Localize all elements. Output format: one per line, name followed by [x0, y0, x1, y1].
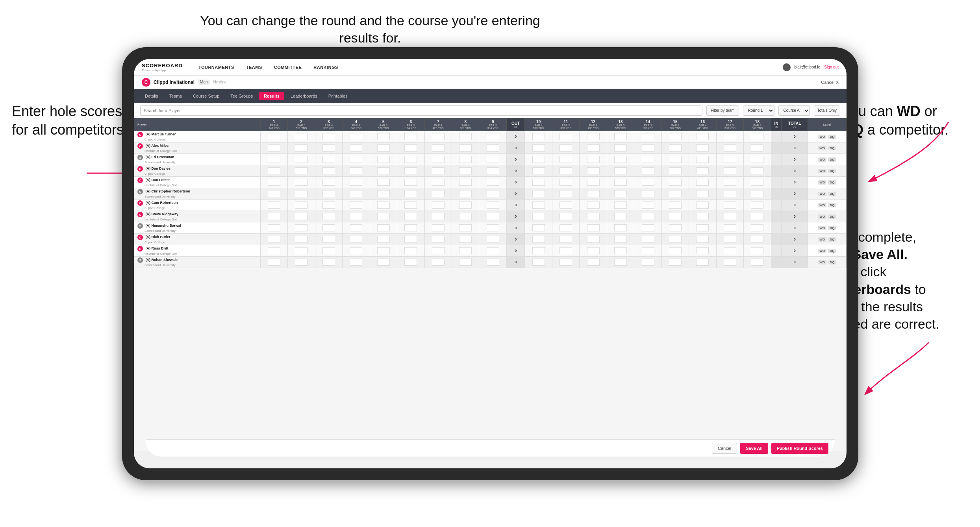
score-hole-5[interactable] — [370, 245, 397, 257]
score-input-hole-15[interactable] — [669, 247, 682, 254]
score-input-hole-8[interactable] — [459, 259, 472, 266]
dq-button[interactable]: DQ — [828, 180, 836, 185]
score-input-hole-4[interactable] — [350, 133, 362, 140]
score-hole-8[interactable] — [452, 200, 479, 211]
score-hole-12[interactable] — [580, 234, 607, 245]
score-hole-11[interactable] — [552, 188, 579, 200]
score-input-hole-17[interactable] — [724, 144, 736, 152]
score-input-hole-16[interactable] — [696, 133, 709, 140]
score-hole-7[interactable] — [424, 245, 452, 257]
score-input-hole-18[interactable] — [751, 167, 763, 174]
score-input-hole-17[interactable] — [724, 224, 736, 231]
score-hole-1[interactable] — [260, 165, 287, 177]
score-input-hole-17[interactable] — [724, 202, 736, 209]
score-input-hole-11[interactable] — [559, 179, 572, 186]
score-input-hole-15[interactable] — [669, 144, 682, 152]
score-hole-7[interactable] — [424, 177, 452, 188]
score-hole-15[interactable] — [661, 245, 689, 257]
score-input-hole-9[interactable] — [487, 202, 499, 209]
score-input-hole-2[interactable] — [295, 236, 308, 243]
score-hole-14[interactable] — [634, 188, 661, 200]
score-input-hole-1[interactable] — [268, 224, 280, 231]
score-input-hole-2[interactable] — [295, 179, 308, 186]
score-input-hole-2[interactable] — [295, 224, 308, 231]
score-hole-13[interactable] — [607, 222, 634, 234]
score-input-hole-6[interactable] — [404, 236, 417, 243]
score-hole-18[interactable] — [744, 165, 771, 177]
dq-button[interactable]: DQ — [828, 169, 836, 173]
score-hole-3[interactable] — [315, 131, 342, 142]
score-hole-10[interactable] — [525, 234, 552, 245]
filter-team-button[interactable]: Filter by team — [706, 105, 739, 116]
score-input-hole-2[interactable] — [295, 167, 308, 174]
score-input-hole-6[interactable] — [404, 190, 417, 197]
score-hole-13[interactable] — [607, 154, 634, 165]
score-hole-18[interactable] — [744, 142, 771, 154]
search-input[interactable] — [140, 105, 702, 116]
score-hole-16[interactable] — [689, 200, 716, 211]
score-input-hole-1[interactable] — [268, 156, 280, 163]
score-input-hole-14[interactable] — [642, 236, 654, 243]
score-hole-16[interactable] — [689, 177, 716, 188]
dq-button[interactable]: DQ — [828, 135, 836, 139]
score-hole-1[interactable] — [260, 154, 287, 165]
score-input-hole-11[interactable] — [559, 259, 572, 266]
score-hole-1[interactable] — [260, 142, 287, 154]
score-input-hole-17[interactable] — [724, 247, 736, 254]
score-input-hole-16[interactable] — [696, 259, 709, 266]
save-all-button[interactable]: Save All — [740, 443, 768, 454]
score-input-hole-1[interactable] — [268, 213, 280, 220]
score-input-hole-4[interactable] — [350, 156, 362, 163]
score-hole-14[interactable] — [634, 234, 661, 245]
score-hole-4[interactable] — [343, 165, 370, 177]
score-hole-11[interactable] — [552, 131, 579, 142]
score-hole-13[interactable] — [607, 211, 634, 222]
score-hole-13[interactable] — [607, 177, 634, 188]
score-input-hole-4[interactable] — [350, 213, 362, 220]
score-hole-2[interactable] — [288, 131, 315, 142]
score-hole-1[interactable] — [260, 234, 287, 245]
score-hole-18[interactable] — [744, 131, 771, 142]
score-input-hole-7[interactable] — [432, 190, 445, 197]
score-hole-12[interactable] — [580, 200, 607, 211]
score-input-hole-6[interactable] — [404, 179, 417, 186]
score-hole-4[interactable] — [343, 222, 370, 234]
score-input-hole-4[interactable] — [350, 190, 362, 197]
score-hole-9[interactable] — [479, 177, 506, 188]
score-input-hole-7[interactable] — [432, 133, 445, 140]
wd-button[interactable]: WD — [818, 249, 826, 253]
score-input-hole-15[interactable] — [669, 236, 682, 243]
score-hole-6[interactable] — [397, 177, 424, 188]
score-input-hole-6[interactable] — [404, 156, 417, 163]
score-input-hole-12[interactable] — [587, 179, 600, 186]
score-input-hole-16[interactable] — [696, 156, 709, 163]
score-hole-5[interactable] — [370, 177, 397, 188]
score-input-hole-15[interactable] — [669, 213, 682, 220]
score-hole-7[interactable] — [424, 154, 452, 165]
score-input-hole-5[interactable] — [377, 259, 390, 266]
dq-button[interactable]: DQ — [828, 157, 836, 162]
score-hole-17[interactable] — [716, 131, 743, 142]
score-input-hole-11[interactable] — [559, 156, 572, 163]
score-hole-15[interactable] — [661, 131, 689, 142]
score-hole-10[interactable] — [525, 142, 552, 154]
wd-button[interactable]: WD — [818, 169, 826, 173]
score-input-hole-3[interactable] — [322, 224, 335, 231]
score-input-hole-5[interactable] — [377, 224, 390, 231]
score-input-hole-14[interactable] — [642, 259, 654, 266]
score-hole-13[interactable] — [607, 165, 634, 177]
score-input-hole-15[interactable] — [669, 190, 682, 197]
score-input-hole-1[interactable] — [268, 144, 280, 152]
score-hole-11[interactable] — [552, 257, 579, 268]
score-input-hole-2[interactable] — [295, 156, 308, 163]
score-hole-18[interactable] — [744, 200, 771, 211]
score-input-hole-9[interactable] — [487, 236, 499, 243]
score-hole-8[interactable] — [452, 188, 479, 200]
score-input-hole-18[interactable] — [751, 259, 763, 266]
tab-printables[interactable]: Printables — [324, 92, 352, 100]
score-hole-13[interactable] — [607, 142, 634, 154]
score-input-hole-14[interactable] — [642, 224, 654, 231]
score-input-hole-8[interactable] — [459, 224, 472, 231]
score-input-hole-2[interactable] — [295, 202, 308, 209]
score-hole-6[interactable] — [397, 142, 424, 154]
